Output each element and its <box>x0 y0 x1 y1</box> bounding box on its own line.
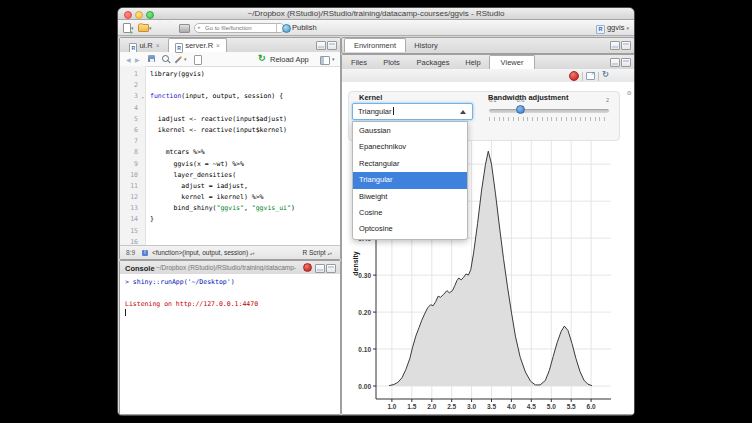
zoom-button[interactable] <box>146 11 154 19</box>
code-line[interactable]: } <box>150 214 340 225</box>
open-folder-caret-icon[interactable]: ▾ <box>149 25 152 31</box>
publish-icon[interactable] <box>282 24 291 33</box>
r-file-icon: R <box>129 43 137 53</box>
publish-button[interactable]: Publish <box>292 23 317 32</box>
tab-ui-r[interactable]: Rui.R× <box>123 39 166 52</box>
minimize-pane-icon[interactable] <box>610 58 620 67</box>
code-line[interactable]: iadjust <- reactive(input$adjust) <box>150 114 340 125</box>
maximize-pane-icon[interactable] <box>621 41 631 50</box>
tab-environment[interactable]: Environment <box>344 38 406 52</box>
svg-text:0.20: 0.20 <box>358 309 371 316</box>
search-icon[interactable] <box>162 55 169 62</box>
close-button[interactable] <box>124 11 132 19</box>
close-tab-icon[interactable]: × <box>156 42 160 49</box>
svg-text:wt: wt <box>489 413 498 415</box>
kernel-option-epanechnikov[interactable]: Epanechnikov <box>353 139 467 155</box>
code-gutter[interactable]: 123▾45678910111213141516 <box>120 66 146 245</box>
goto-file-input[interactable] <box>194 23 285 33</box>
code-line[interactable] <box>150 226 340 237</box>
main-toolbar: ▾ ▾ ▸ Publish Rggvis ▾ <box>118 20 634 36</box>
tab-packages[interactable]: Packages <box>409 56 457 69</box>
maximize-pane-icon[interactable] <box>621 58 631 67</box>
stop-icon[interactable] <box>303 263 312 272</box>
code-line[interactable]: adjust = iadjust, <box>150 181 340 192</box>
code-editor[interactable]: 123▾45678910111213141516 library(ggvis)f… <box>120 66 340 245</box>
code-line[interactable]: kernel = ikernel) %>% <box>150 192 340 203</box>
tab-server-r[interactable]: Rserver.R× <box>168 38 227 52</box>
console-line: > shiny::runApp('~/Desktop') <box>125 277 340 288</box>
new-file-caret-icon[interactable]: ▾ <box>131 25 134 31</box>
refresh-icon[interactable]: ↻ <box>602 69 609 79</box>
kernel-option-gaussian[interactable]: Gaussian <box>353 123 467 139</box>
minimize-pane-icon[interactable] <box>316 41 326 50</box>
tab-files[interactable]: Files <box>344 56 374 69</box>
print-icon[interactable] <box>179 24 190 33</box>
maximize-pane-icon[interactable] <box>326 264 336 273</box>
code-tools-wand-icon[interactable] <box>175 56 182 63</box>
code-line[interactable]: layer_densities( <box>150 170 340 181</box>
code-line[interactable] <box>150 136 340 147</box>
compile-report-icon[interactable] <box>194 55 202 65</box>
window-title: ~/Dropbox (RStudio)/RStudio/training/dat… <box>178 9 574 18</box>
stop-app-icon[interactable] <box>569 71 579 81</box>
code-line[interactable] <box>150 103 340 114</box>
kernel-option-triangular[interactable]: Triangular <box>353 172 467 188</box>
viewer-pane: Files Plots Packages Help Viewer ↻ ⚙ Ker… <box>341 54 634 415</box>
code-line[interactable]: ikernel <- reactive(input$kernel) <box>150 125 340 136</box>
run-options-icon[interactable] <box>320 56 330 65</box>
project-menu[interactable]: Rggvis ▾ <box>596 23 629 34</box>
kernel-option-biweight[interactable]: Biweight <box>353 189 467 205</box>
reload-app-icon[interactable]: ↻ <box>258 53 266 63</box>
tab-help[interactable]: Help <box>458 56 488 69</box>
minimize-pane-icon[interactable] <box>315 264 325 273</box>
save-icon[interactable] <box>148 55 155 62</box>
code-line[interactable]: ggvis(x = ~wt) %>% <box>150 159 340 170</box>
project-name: ggvis <box>607 23 625 32</box>
maximize-pane-icon[interactable] <box>327 41 337 50</box>
console-title[interactable]: Console <box>125 264 155 273</box>
code-tools-caret-icon[interactable]: ▾ <box>184 56 187 62</box>
code-line[interactable] <box>150 80 340 91</box>
scope-selector[interactable]: <function>(input, output, session) ▴▾ <box>152 249 254 256</box>
function-icon: f <box>142 250 148 256</box>
forward-icon[interactable]: ▶ <box>135 56 140 63</box>
tab-history[interactable]: History <box>406 39 446 52</box>
chevron-updown-icon: ▴▾ <box>327 251 332 256</box>
kernel-select[interactable]: Triangular <box>352 103 473 120</box>
filetype-selector[interactable]: R Script ▴▾ <box>303 249 332 256</box>
close-tab-icon[interactable]: × <box>216 42 220 49</box>
r-file-icon: R <box>175 43 183 53</box>
svg-text:6.0: 6.0 <box>587 403 596 410</box>
slider-track[interactable] <box>489 109 609 113</box>
toolbar-separator <box>598 72 599 81</box>
minimize-pane-icon[interactable] <box>610 41 620 50</box>
tab-plots[interactable]: Plots <box>375 56 408 69</box>
gear-icon[interactable]: ⚙ <box>627 89 632 96</box>
code-line[interactable]: function(input, output, session) { <box>150 91 340 102</box>
kernel-option-rectangular[interactable]: Rectangular <box>353 156 467 172</box>
open-folder-icon[interactable] <box>138 24 149 32</box>
open-in-new-window-icon[interactable] <box>586 72 595 80</box>
slider-handle[interactable] <box>516 105 525 114</box>
slider-ticks <box>489 117 609 121</box>
viewer-toolbar: ↻ <box>342 69 634 83</box>
code-line[interactable] <box>150 237 340 245</box>
new-file-icon[interactable] <box>123 23 131 33</box>
reload-app-button[interactable]: Reload App <box>270 55 309 64</box>
environment-pane: Environment History <box>341 37 634 54</box>
run-options-caret-icon[interactable]: ▾ <box>332 56 335 62</box>
console-body[interactable]: > shiny::runApp('~/Desktop') Listening o… <box>120 274 340 414</box>
svg-text:density: density <box>352 251 360 276</box>
back-icon[interactable]: ◀ <box>126 56 131 63</box>
kernel-option-cosine[interactable]: Cosine <box>353 205 467 221</box>
minimize-button[interactable] <box>135 11 143 19</box>
code-lines[interactable]: library(ggvis)function(input, output, se… <box>150 66 340 245</box>
code-line[interactable]: mtcars %>% <box>150 147 340 158</box>
code-line[interactable]: bind_shiny("ggvis", "ggvis_ui") <box>150 203 340 214</box>
console-working-directory: ~/Dropbox (RStudio)/RStudio/training/dat… <box>156 264 304 271</box>
console-header: Console ~/Dropbox (RStudio)/RStudio/trai… <box>120 261 340 275</box>
tab-viewer[interactable]: Viewer <box>489 55 535 69</box>
slider-value-label: 0.6 <box>517 97 525 103</box>
kernel-option-optcosine[interactable]: Optcosine <box>353 221 467 237</box>
code-line[interactable]: library(ggvis) <box>150 69 340 80</box>
